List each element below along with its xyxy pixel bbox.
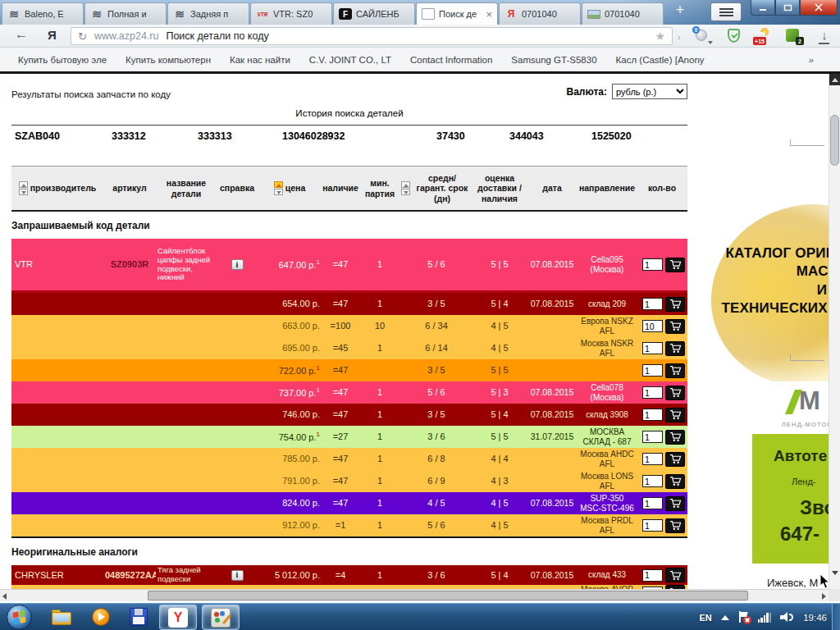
quantity-input[interactable] <box>642 298 663 310</box>
scroll-down-arrow[interactable] <box>831 569 839 578</box>
sort-down-icon[interactable] <box>19 189 28 195</box>
column-header[interactable]: артикул <box>103 183 156 193</box>
quantity-input[interactable] <box>642 342 663 354</box>
add-to-cart-button[interactable] <box>665 452 685 467</box>
show-desktop-button[interactable] <box>832 604 840 630</box>
add-to-cart-button[interactable] <box>665 408 685 422</box>
add-to-cart-button[interactable] <box>665 297 685 312</box>
yandex-logo-icon[interactable]: Я <box>48 28 57 42</box>
column-header[interactable]: наличие <box>322 183 359 193</box>
back-icon[interactable]: ← <box>15 27 28 42</box>
browser-menu-button[interactable] <box>710 2 742 21</box>
add-to-cart-button[interactable] <box>665 363 685 378</box>
media-player-taskbar-icon[interactable] <box>90 607 112 628</box>
sort-up-icon[interactable] <box>274 181 283 188</box>
add-to-cart-button[interactable] <box>665 568 685 582</box>
browser-tab[interactable]: ≋Полная и <box>84 2 167 25</box>
history-code[interactable]: SZAB040 <box>11 130 108 145</box>
add-to-cart-button[interactable] <box>665 341 685 356</box>
shield-extension-icon[interactable] <box>725 28 743 44</box>
minimize-button[interactable] <box>751 0 775 16</box>
history-code[interactable]: 333313 <box>194 130 279 145</box>
currency-select[interactable]: рубль (р.) <box>612 84 687 99</box>
explorer-taskbar-icon[interactable] <box>51 607 72 628</box>
quantity-input[interactable] <box>642 569 663 582</box>
oil-catalog-ad[interactable]: КАТАЛОГ ОРИГИНАЛЬНЫХ МАСЕЛ И ТЕХНИЧЕСКИХ… <box>687 172 829 377</box>
quantity-input[interactable] <box>642 519 663 532</box>
tab-close-icon[interactable]: × <box>486 9 492 20</box>
browser-tab[interactable]: ≋Задняя п <box>167 2 249 25</box>
add-to-cart-button[interactable] <box>665 386 685 400</box>
new-tab-button[interactable]: + <box>671 2 689 21</box>
history-code[interactable]: 1525020 <box>588 130 687 145</box>
quantity-input[interactable] <box>642 431 663 443</box>
scroll-right-arrow[interactable] <box>822 593 826 600</box>
volume-icon[interactable] <box>780 612 794 623</box>
bookmark-item[interactable]: » <box>809 55 814 65</box>
bookmark-item[interactable]: Купить бытовую эле <box>18 55 107 65</box>
history-code[interactable]: 37430 <box>433 130 506 145</box>
quantity-input[interactable] <box>642 409 663 421</box>
vertical-scroll-thumb[interactable] <box>830 115 839 166</box>
quantity-input[interactable] <box>642 386 663 399</box>
column-header[interactable]: дата <box>527 183 578 193</box>
bookmark-item[interactable]: Contact Information <box>410 55 492 65</box>
refresh-icon[interactable]: ↻ <box>78 30 87 43</box>
browser-tab[interactable]: ≋Baleno, E <box>2 2 84 25</box>
downloads-icon[interactable]: ↓ <box>815 28 833 44</box>
browser-tab[interactable]: 0701040 <box>582 2 664 25</box>
sort-toggle[interactable] <box>19 181 28 195</box>
maximize-button[interactable] <box>775 0 800 16</box>
sort-down-icon[interactable] <box>274 189 283 195</box>
lend-motors-ad[interactable]: M ЛЕНД-МОТОРС Автоте Ленд- Зво 647- Ижев… <box>752 381 829 589</box>
browser-tab[interactable]: VTRVTR: SZ0 <box>250 2 332 25</box>
info-icon[interactable]: i <box>231 570 244 581</box>
browser-tab[interactable]: Поиск де× <box>416 2 498 25</box>
horizontal-scroll-thumb[interactable] <box>148 591 748 600</box>
graphics-app-taskbar-button[interactable] <box>202 605 240 630</box>
column-header[interactable]: мин. партия <box>359 178 400 198</box>
action-center-flag-icon[interactable] <box>738 611 749 623</box>
save-app-taskbar-icon[interactable] <box>128 607 149 628</box>
bookmark-item[interactable]: Как нас найти <box>230 55 290 65</box>
zoom-extension-icon[interactable]: 0 <box>693 28 711 44</box>
clock[interactable]: 19:46 <box>803 613 827 623</box>
add-to-cart-button[interactable] <box>665 430 685 445</box>
column-header[interactable]: производитель <box>11 181 103 195</box>
column-header[interactable]: направление <box>578 183 637 193</box>
column-header[interactable]: оценка доставки / наличия <box>472 173 527 203</box>
scroll-left-arrow[interactable] <box>2 593 7 600</box>
sort-up-icon[interactable] <box>19 181 28 188</box>
start-button[interactable] <box>7 605 32 630</box>
column-header[interactable]: справка <box>217 183 258 193</box>
bookmark-item[interactable]: Samsung GT-S5830 <box>511 55 596 65</box>
add-to-cart-button[interactable] <box>665 518 685 533</box>
horizontal-scrollbar[interactable] <box>0 589 829 601</box>
browser-tab[interactable]: FСАЙЛЕНБ <box>333 2 415 25</box>
info-icon[interactable]: i <box>231 259 244 270</box>
history-code[interactable]: 333312 <box>108 130 194 145</box>
adblock-extension-icon[interactable]: 2 <box>784 28 802 44</box>
column-header[interactable]: название детали <box>156 178 217 198</box>
add-to-cart-button[interactable] <box>665 496 685 511</box>
add-to-cart-button[interactable] <box>665 319 685 334</box>
quantity-input[interactable] <box>642 258 663 271</box>
quantity-input[interactable] <box>642 320 663 332</box>
network-signal-icon[interactable] <box>758 613 772 623</box>
column-header[interactable]: цена <box>258 181 322 195</box>
bookmark-item[interactable]: C.V. JOINT CO., LT <box>309 55 391 65</box>
quantity-input[interactable] <box>642 453 663 465</box>
close-button[interactable] <box>800 0 838 16</box>
url-field[interactable]: ↻ www.azp24.ru Поиск детали по коду ★ <box>71 27 673 45</box>
history-code[interactable]: 13046028932 <box>279 130 433 145</box>
bookmark-item[interactable]: Касл (Castle) [Anony <box>616 55 705 65</box>
quantity-input[interactable] <box>642 497 663 509</box>
quantity-input[interactable] <box>642 364 663 377</box>
add-to-cart-button[interactable] <box>665 258 685 272</box>
weather-extension-icon[interactable]: +15 <box>753 28 771 44</box>
bookmark-item[interactable]: Купить компьютерн <box>126 55 211 65</box>
history-code[interactable]: 344043 <box>506 130 588 145</box>
column-header[interactable]: средн/ гарант. срок (дн) <box>400 173 472 203</box>
tray-expand-icon[interactable] <box>721 615 729 620</box>
sort-toggle[interactable] <box>401 181 410 195</box>
